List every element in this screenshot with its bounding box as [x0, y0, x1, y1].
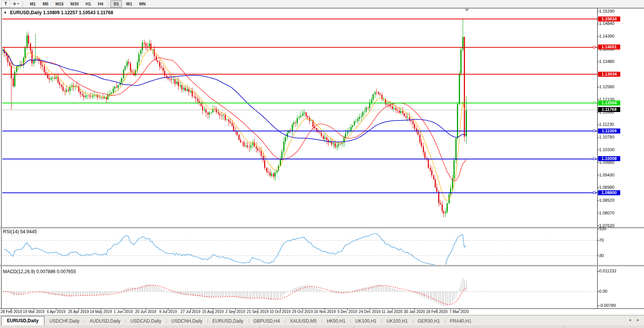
date-tick-label: 3 Sep 2019	[225, 310, 245, 314]
text-label-tool-button[interactable]: T	[2, 0, 10, 8]
tab-uk100-h1[interactable]: UK100,H1	[381, 317, 412, 326]
tab-ger30-h1[interactable]: GER30,H1	[413, 317, 445, 326]
tab-fra40-h1[interactable]: FRA40,H1	[445, 317, 476, 326]
chart-window: T ❖ ▾ M1M5M15M30H1H4D1W1MN ▼ EURUSD,Dail…	[0, 0, 644, 328]
toolbar: T ❖ ▾ M1M5M15M30H1H4D1W1MN	[0, 0, 644, 8]
date-tick-label: 27 Jul 2019	[181, 310, 200, 314]
date-tick-label: 1 Jun 2019	[114, 310, 133, 314]
date-tick-label: 11 Jan 2020	[381, 310, 402, 314]
tab-usdcnh-daily[interactable]: USDCNH,Daily	[166, 317, 207, 326]
date-tick-label: 15 Aug 2019	[202, 310, 223, 314]
date-tick-label: 30 Jan 2020	[404, 310, 425, 314]
tab-scroll-left-icon[interactable]: ◄	[628, 318, 634, 322]
timeframe-button-mn[interactable]: MN	[136, 0, 149, 7]
date-tick-label: 28 Feb 2019	[0, 310, 22, 314]
chart-shift-marker-icon[interactable]	[465, 9, 469, 12]
date-tick-label: 20 Jun 2019	[135, 310, 156, 314]
legend-symbol: EURUSD,Daily	[10, 10, 42, 15]
date-tick-label: 25 Apr 2019	[68, 310, 89, 314]
macd-tick-label: -0.00789	[599, 303, 616, 308]
tab-gbpusd-h4[interactable]: GBPUSD,H4	[248, 317, 285, 326]
legend-collapse-icon[interactable]: ▼	[3, 11, 7, 15]
price-tick-label: 1.10330	[599, 147, 614, 152]
date-tick-label: 19 Mar 2019	[23, 310, 44, 314]
price-badge-1.08800: 1.08800	[598, 190, 620, 195]
price-tick-label: 1.08520	[599, 198, 614, 203]
price-tick-label: 1.15290	[599, 9, 614, 14]
date-tick-label: 5 Dec 2019	[337, 310, 357, 314]
chart-tab-bar: EURUSD,DailyUSDCHF,DailyAUDUSD,DailyUSDC…	[0, 315, 644, 326]
price-tick-label: 1.09430	[599, 173, 614, 178]
date-tick-label: 14 May 2019	[90, 310, 112, 314]
timeframe-button-m1[interactable]: M1	[27, 0, 39, 7]
price-tick-label: 1.13480	[599, 59, 614, 64]
price-tick-label: 1.10780	[599, 135, 614, 140]
price-tick-label: 1.14390	[599, 34, 614, 39]
timeframe-button-w1[interactable]: W1	[123, 0, 135, 7]
price-tick-label: 1.08980	[599, 185, 614, 190]
tab-scroll-right-icon[interactable]: ►	[636, 318, 642, 322]
current-price-badge: 1.11768	[598, 107, 620, 112]
rsi-tick-label: 30	[599, 253, 604, 258]
tab-xauusd-m5[interactable]: XAUUSD,M5	[285, 317, 322, 326]
price-tick-label: 1.14840	[599, 21, 614, 26]
price-tick-label: 1.12580	[599, 84, 614, 89]
rsi-indicator-label: RSI(14) 54.9445	[3, 229, 37, 234]
chart-legend: ▼ EURUSD,Daily 1.10809 1.12257 1.10543 1…	[3, 10, 113, 15]
date-tick-label: 6 Apr 2019	[47, 310, 65, 314]
date-tick-label: 16 Nov 2019	[314, 310, 336, 314]
timeframe-button-h1[interactable]: H1	[82, 0, 94, 7]
timeframe-button-m5[interactable]: M5	[39, 0, 51, 7]
tab-eurusd-daily[interactable]: EURUSD,Daily	[1, 316, 44, 326]
cursor-tool-icon: ❖	[13, 1, 16, 7]
timeframe-button-h4[interactable]: H4	[95, 0, 106, 7]
tab-usdcad-daily[interactable]: USDCAD,Daily	[125, 317, 166, 326]
price-badge-1.13034: 1.13034	[598, 72, 620, 77]
date-tick-label: 18 Feb 2020	[426, 310, 447, 314]
timeframe-button-d1[interactable]: D1	[110, 0, 122, 7]
chevron-down-icon: ▾	[17, 1, 19, 7]
date-tick-label: 21 Sep 2019	[247, 310, 269, 314]
rsi-tick-label: 100	[599, 226, 606, 231]
tab-usdchf-daily[interactable]: USDCHF,Daily	[44, 317, 85, 326]
tab-eurusd-daily[interactable]: EURUSD,Daily	[207, 317, 248, 326]
macd-tick-label: 0.00	[599, 289, 607, 294]
tab-audusd-daily[interactable]: AUDUSD,Daily	[84, 317, 125, 326]
price-badge-1.14001: 1.14001	[598, 45, 620, 49]
price-tick-label: 1.11230	[599, 122, 614, 127]
price-badge-1.15010: 1.15010	[598, 16, 620, 21]
tab-uk100-h1[interactable]: UK100,H1	[350, 317, 381, 326]
status-strip	[0, 325, 644, 328]
price-tick-label: 1.08070	[599, 211, 614, 216]
macd-indicator-label: MACD(12,26,9) 0.007886 0.007655	[3, 269, 76, 274]
date-tick-label: 29 Oct 2019	[292, 310, 313, 314]
cursor-tool-button[interactable]: ❖ ▾	[12, 1, 20, 7]
rsi-tick-label: 70	[599, 238, 604, 243]
toolbar-grip	[22, 1, 24, 7]
tab-hk50-h1[interactable]: HK50,H1	[322, 317, 350, 326]
timeframe-button-m30[interactable]: M30	[67, 0, 82, 7]
date-tick-label: 7 Mar 2020	[450, 310, 469, 314]
price-badge-1.10008: 1.10008	[598, 156, 620, 161]
macd-tick-label: 0.011232	[599, 269, 616, 274]
legend-ohlc: 1.10809 1.12257 1.10543 1.11768	[43, 10, 113, 15]
toolbar-separator	[108, 1, 108, 7]
timeframe-button-m15[interactable]: M15	[52, 0, 66, 7]
date-tick-label: 10 Oct 2019	[269, 310, 290, 314]
date-tick-label: 24 Dec 2019	[359, 310, 381, 314]
date-tick-label: 9 Jul 2019	[159, 310, 177, 314]
price-badge-1.12004: 1.12004	[598, 101, 620, 105]
price-badge-1.11009: 1.11009	[598, 129, 620, 134]
chart-canvas[interactable]	[0, 0, 644, 328]
